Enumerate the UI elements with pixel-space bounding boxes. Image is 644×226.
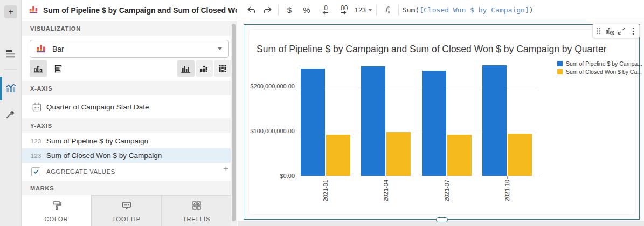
drag-handle-icon[interactable] xyxy=(594,25,604,37)
chart-element[interactable]: Sum of Pipeline $ by Campaign and Sum of… xyxy=(249,30,635,214)
number-type-icon: 123 xyxy=(31,153,43,159)
aggregate-values-label: AGGREGATE VALUES xyxy=(46,168,115,175)
tooltip-icon xyxy=(121,200,132,213)
add-element-button[interactable]: + xyxy=(4,5,17,18)
legend-label: Sum of Closed Won $ by Ca... xyxy=(566,69,642,75)
y-axis-field-closed-won[interactable]: 123 Sum of Closed Won $ by Campaign xyxy=(22,148,231,163)
bar-2021-10-series-0[interactable] xyxy=(482,65,507,176)
percent-format-button[interactable]: % xyxy=(300,3,314,18)
bar-2021-07-series-0[interactable] xyxy=(422,71,446,176)
chevron-down-icon xyxy=(218,47,222,50)
toolbar-divider xyxy=(376,5,377,16)
y-axis-section-header: Y-AXIS + xyxy=(22,118,237,133)
x-axis-section-header: X-AXIS + xyxy=(22,81,237,95)
currency-format-button[interactable]: $ xyxy=(282,3,296,18)
x-axis-tick xyxy=(326,176,326,179)
increase-decimal-icon: .00 xyxy=(339,5,348,11)
legend-swatch xyxy=(557,61,563,66)
bar-2021-01-series-0[interactable] xyxy=(301,69,325,176)
y-axis-field-pipeline[interactable]: 123 Sum of Pipeline $ by Campaign xyxy=(22,134,231,148)
rail-divider xyxy=(4,69,17,70)
arrow-right-icon xyxy=(340,11,347,15)
tab-tooltip[interactable]: TOOLTIP xyxy=(91,195,161,226)
x-axis-tick-label: 2021-04 xyxy=(382,180,390,206)
chart-orientation-toggles xyxy=(30,60,229,79)
trellis-grid-icon xyxy=(191,200,202,213)
bar-2021-07-series-1[interactable] xyxy=(447,135,472,176)
tab-tooltip-label: TOOLTIP xyxy=(112,216,141,222)
calendar-icon xyxy=(31,102,43,112)
number-format-label: 123 xyxy=(355,6,366,14)
more-options-kebab-icon[interactable] xyxy=(628,25,638,37)
chart-type-select[interactable]: Bar xyxy=(30,40,229,58)
bar-2021-10-series-1[interactable] xyxy=(508,134,532,176)
stacked-bars-toggle[interactable] xyxy=(196,60,213,77)
percent-stacked-bars-toggle[interactable] xyxy=(214,60,231,77)
resize-handle[interactable] xyxy=(436,217,448,222)
explore-chart-icon[interactable] xyxy=(605,25,615,37)
workbook-canvas: Sum of Pipeline $ by Campaign and Sum of… xyxy=(238,20,644,226)
element-mini-toolbar xyxy=(592,24,640,38)
x-axis-section-label: X-AXIS xyxy=(30,85,52,92)
app-window: + xyxy=(0,0,644,226)
marks-tabs: COLOR TOOLTIP xyxy=(22,195,231,226)
expand-icon[interactable] xyxy=(617,25,627,37)
formula-function: Sum( xyxy=(403,6,419,14)
legend-swatch xyxy=(557,69,563,74)
formula-fx-button[interactable]: fx xyxy=(380,3,394,18)
decrease-decimal-button[interactable]: .0 xyxy=(318,3,332,18)
tab-trellis[interactable]: TRELLIS xyxy=(161,195,231,226)
paint-roller-icon xyxy=(51,200,62,213)
plot-area: $0.00$100,000,000.00$200,000,000.002021-… xyxy=(299,62,537,176)
paintbrush-tool-icon[interactable] xyxy=(5,108,17,120)
redo-button[interactable] xyxy=(260,3,274,18)
percent-icon: % xyxy=(303,5,310,15)
visualization-section-header: VISUALIZATION xyxy=(22,21,237,36)
tab-color[interactable]: COLOR xyxy=(22,195,91,226)
visualization-tool-icon[interactable] xyxy=(5,82,17,94)
x-axis-tick-label: 2021-01 xyxy=(322,180,329,206)
dollar-icon: $ xyxy=(287,5,292,15)
undo-button[interactable] xyxy=(244,3,258,18)
x-axis-field-name: Quarter of Campaign Start Date xyxy=(46,103,149,111)
bar-chart-type-icon xyxy=(36,43,46,56)
x-axis-field[interactable]: Quarter of Campaign Start Date xyxy=(22,95,231,118)
chart-type-value: Bar xyxy=(52,45,64,53)
panel-scrollbar-thumb[interactable] xyxy=(232,24,236,221)
bar-2021-04-series-1[interactable] xyxy=(386,132,411,176)
aggregate-values-checkbox[interactable] xyxy=(31,167,40,176)
x-axis-tick xyxy=(447,176,447,179)
tab-color-label: COLOR xyxy=(44,216,68,222)
y-axis-field-name: Sum of Pipeline $ by Campaign xyxy=(46,137,148,145)
marks-section-label: MARKS xyxy=(30,185,54,191)
legend-item[interactable]: Sum of Pipeline $ by Campa... xyxy=(557,60,642,67)
vertical-bar-toggle[interactable] xyxy=(30,60,47,77)
chart-title: Sum of Pipeline $ by Campaign and Sum of… xyxy=(257,44,606,55)
bar-2021-04-series-0[interactable] xyxy=(361,66,385,176)
format-lines-icon[interactable] xyxy=(5,47,17,59)
visualization-section-label: VISUALIZATION xyxy=(30,25,81,32)
arrow-left-icon xyxy=(322,11,329,15)
chart-legend: Sum of Pipeline $ by Campa...Sum of Clos… xyxy=(557,60,642,75)
formula-field-reference: [Closed Won $ by Campaign] xyxy=(419,6,529,14)
element-title: Sum of Pipeline $ by Campaign and Sum of… xyxy=(43,6,237,15)
horizontal-bar-toggle[interactable] xyxy=(50,60,67,77)
formula-close: ) xyxy=(529,6,534,14)
bar-2021-01-series-1[interactable] xyxy=(326,135,350,176)
legend-item[interactable]: Sum of Closed Won $ by Ca... xyxy=(557,69,642,75)
chevron-down-icon xyxy=(368,9,372,11)
element-header[interactable]: Sum of Pipeline $ by Campaign and Sum of… xyxy=(22,0,237,20)
number-format-dropdown[interactable]: 123 xyxy=(355,3,372,18)
x-axis-tick xyxy=(507,176,508,179)
y-axis-field-name: Sum of Closed Won $ by Campaign xyxy=(46,152,162,160)
increase-decimal-button[interactable]: .00 xyxy=(336,3,350,18)
formula-bar-input[interactable]: Sum([Closed Won $ by Campaign]) xyxy=(403,6,534,14)
aggregate-values-row[interactable]: AGGREGATE VALUES xyxy=(22,163,231,180)
y-axis-tick-label: $0.00 xyxy=(280,173,295,179)
fx-sub-icon: x xyxy=(387,9,390,15)
y-axis-section-label: Y-AXIS xyxy=(30,122,52,129)
grouped-bars-toggle[interactable] xyxy=(177,60,195,77)
panel-scrollbar[interactable] xyxy=(231,21,237,226)
toolbar-divider xyxy=(278,5,279,16)
bar-chart-element-icon xyxy=(29,4,38,16)
